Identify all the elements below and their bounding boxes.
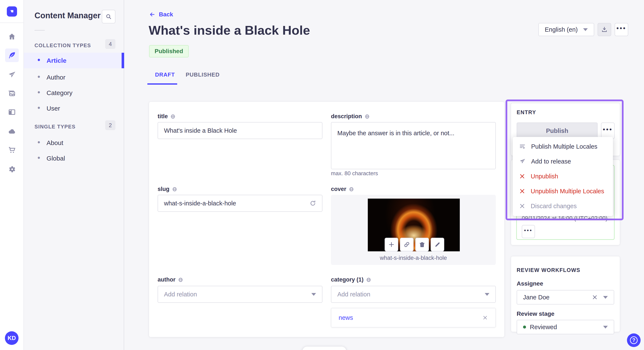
menu-item-add-to-release[interactable]: Add to release <box>513 154 613 169</box>
publish-options-menu: Publish Multiple Locales Add to release … <box>513 137 613 216</box>
chevron-down-icon <box>311 293 316 296</box>
field-label-text: cover <box>331 186 346 192</box>
assignee-label: Assignee <box>517 280 543 287</box>
cover-actions <box>384 238 444 251</box>
assignee-select[interactable]: Jane Doe <box>517 290 614 305</box>
nav-releases[interactable] <box>5 68 19 82</box>
rail-divider <box>0 22 24 23</box>
chevron-down-icon <box>583 28 588 31</box>
nav-content-type-builder[interactable] <box>5 105 19 119</box>
question-icon: ? <box>630 336 638 344</box>
publish-button[interactable]: Publish <box>517 123 598 139</box>
review-workflows-heading: REVIEW WORKFLOWS <box>517 267 580 273</box>
app-root: KD Content Manager COLLECTION TYPES 4 • … <box>0 0 644 350</box>
cover-edit-button[interactable] <box>430 238 444 251</box>
entry-more-button[interactable]: ••• <box>601 123 614 139</box>
description-helper: max. 80 characters <box>331 170 378 177</box>
category-tag-link[interactable]: news <box>338 314 353 321</box>
field-label-text: description <box>331 113 362 120</box>
nav-deploy-cloud[interactable] <box>5 125 19 138</box>
sidebar <box>24 0 124 350</box>
cover-copy-link-button[interactable] <box>400 238 414 251</box>
locale-select[interactable]: English (en) <box>538 23 594 36</box>
chevron-down-icon <box>603 326 608 329</box>
sidebar-item-author[interactable]: • Author <box>24 70 124 85</box>
bullet-icon: • <box>38 138 40 146</box>
release-more-button[interactable]: ••• <box>522 225 535 238</box>
clear-assignee-icon[interactable] <box>592 295 598 300</box>
globe-icon <box>178 277 183 282</box>
status-badge: Published <box>149 45 189 57</box>
sidebar-item-label: Global <box>47 155 65 162</box>
menu-item-unpublish-multiple-locales[interactable]: Unpublish Multiple Locales <box>513 184 613 199</box>
back-label: Back <box>159 11 173 18</box>
tab-draft[interactable]: DRAFT <box>155 71 175 78</box>
single-types-count: 2 <box>105 120 116 130</box>
tab-active-indicator <box>147 83 177 85</box>
menu-item-label: Unpublish <box>531 173 558 180</box>
field-label-slug: slug <box>158 186 177 192</box>
sidebar-item-label: Category <box>47 89 72 97</box>
strapi-logo[interactable] <box>7 6 17 16</box>
nav-home[interactable] <box>5 30 19 43</box>
category-relation-select[interactable]: Add relation <box>331 286 496 303</box>
menu-item-label: Discard changes <box>531 203 577 210</box>
header-more-button[interactable]: ••• <box>614 23 628 36</box>
tab-published[interactable]: PUBLISHED <box>186 71 220 78</box>
menu-item-discard-changes[interactable]: Discard changes <box>513 199 613 213</box>
slug-input-field[interactable] <box>164 200 310 207</box>
search-button[interactable] <box>102 10 116 23</box>
globe-icon <box>364 114 370 119</box>
search-icon <box>106 13 112 20</box>
field-label-author: author <box>158 276 183 283</box>
sidebar-item-user[interactable]: • User <box>24 101 124 116</box>
title-input-field[interactable] <box>164 127 316 134</box>
bullet-icon: • <box>38 73 40 81</box>
collection-types-count: 4 <box>105 39 116 49</box>
regenerate-icon[interactable] <box>310 200 316 206</box>
sidebar-item-label: Author <box>47 74 66 81</box>
nav-settings[interactable] <box>5 163 19 176</box>
nav-marketplace[interactable] <box>5 143 19 157</box>
bullet-icon: • <box>38 104 40 112</box>
cross-icon <box>519 203 525 209</box>
cross-icon <box>519 173 525 179</box>
help-button[interactable]: ? <box>627 334 640 347</box>
ellipsis-icon: ••• <box>616 25 626 31</box>
review-stage-select[interactable]: Reviewed <box>517 320 614 334</box>
link-icon <box>404 241 410 248</box>
sidebar-item-category[interactable]: • Category <box>24 85 124 101</box>
field-label-text: category (1) <box>331 276 364 283</box>
cover-delete-button[interactable] <box>415 238 429 251</box>
pencil-icon <box>434 241 440 248</box>
sidebar-item-about[interactable]: • About <box>24 135 124 151</box>
active-item-indicator <box>122 53 124 68</box>
entry-heading: ENTRY <box>517 109 536 116</box>
menu-item-unpublish[interactable]: Unpublish <box>513 169 613 184</box>
nav-content-manager[interactable] <box>5 48 19 62</box>
bullet-icon: • <box>38 56 40 64</box>
description-textarea[interactable]: Maybe the answer is in this article, or … <box>331 122 496 169</box>
media-library-icon <box>8 90 16 98</box>
cover-add-button[interactable] <box>384 238 398 251</box>
cart-icon <box>8 146 16 154</box>
export-button[interactable] <box>598 23 611 36</box>
slug-input[interactable] <box>158 195 322 212</box>
avatar[interactable]: KD <box>5 331 18 345</box>
stage-status-dot <box>523 326 526 329</box>
menu-item-publish-multiple-locales[interactable]: Publish Multiple Locales <box>513 139 613 154</box>
cover-caption: what-s-inside-a-black-hole <box>331 255 496 261</box>
sidebar-item-global[interactable]: • Global <box>24 151 124 166</box>
nav-media-library[interactable] <box>5 87 19 100</box>
field-label-cover: cover <box>331 186 354 192</box>
title-input[interactable] <box>158 122 322 139</box>
bullet-icon: • <box>38 154 40 162</box>
chevron-down-icon <box>603 296 608 299</box>
remove-tag-icon[interactable] <box>482 315 488 321</box>
globe-icon <box>349 187 354 192</box>
back-link[interactable]: Back <box>149 11 173 18</box>
strapi-logo-icon <box>9 9 15 14</box>
author-relation-select[interactable]: Add relation <box>158 286 322 303</box>
sidebar-item-article[interactable]: • Article <box>24 53 124 68</box>
gear-icon <box>8 165 16 173</box>
